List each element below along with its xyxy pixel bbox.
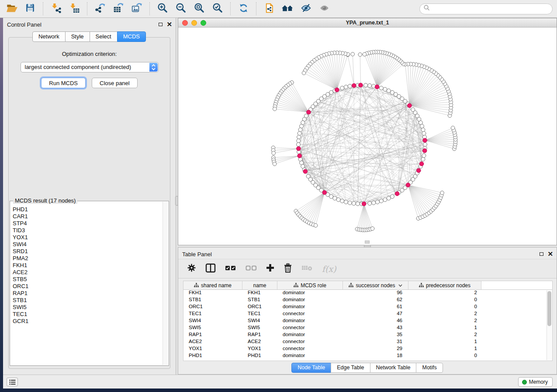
table-row[interactable]: STB1 STB1 dominator 62 0: [183, 297, 547, 304]
import-table-button[interactable]: [66, 2, 82, 16]
table-row[interactable]: YOX1 YOX1 connector 29 1: [183, 346, 547, 353]
mcds-result-item[interactable]: SWI5: [10, 304, 169, 311]
delete-column-button[interactable]: [284, 263, 292, 275]
list-icon: [9, 379, 16, 385]
network-canvas[interactable]: [178, 28, 557, 245]
mcds-result-item[interactable]: GCR1: [10, 318, 169, 325]
select-all-icon: [225, 265, 236, 273]
zoom-fit-button[interactable]: [191, 2, 207, 16]
table-toolbar: f(x): [178, 259, 557, 279]
column-header-predecessor-nodes[interactable]: predecessor nodes: [408, 281, 481, 289]
table-row[interactable]: RAP1 RAP1 dominator 35 2: [183, 332, 547, 339]
float-panel-icon[interactable]: [159, 23, 163, 26]
table-settings-button[interactable]: [187, 263, 196, 274]
hide-selected-button[interactable]: [298, 2, 314, 16]
refresh-icon: [238, 3, 249, 15]
save-button[interactable]: [22, 2, 38, 16]
mcds-list-scrollbar[interactable]: [163, 202, 168, 365]
memory-button[interactable]: Memory: [518, 377, 553, 387]
mcds-result-item[interactable]: STB5: [10, 276, 169, 283]
table-row[interactable]: PHD1 PHD1 dominator 18 0: [183, 353, 547, 360]
mcds-result-item[interactable]: TID3: [10, 227, 169, 234]
tab-mcds[interactable]: MCDS: [117, 31, 146, 42]
network-document-button[interactable]: [261, 2, 277, 16]
show-columns-button[interactable]: [205, 263, 216, 275]
mcds-result-item[interactable]: RAP1: [10, 290, 169, 297]
column-type-icon: [194, 283, 199, 288]
export-table-button[interactable]: [111, 2, 126, 16]
tab-node-table[interactable]: Node Table: [291, 363, 331, 373]
run-mcds-button[interactable]: Run MCDS: [41, 78, 86, 88]
export-network-button[interactable]: [92, 2, 108, 16]
close-panel-icon[interactable]: ✕: [547, 252, 553, 256]
show-all-button[interactable]: [316, 2, 332, 16]
tab-edge-table[interactable]: Edge Table: [331, 363, 370, 373]
mcds-result-item[interactable]: SRD1: [10, 248, 169, 255]
export-network-icon: [94, 2, 106, 15]
table-row[interactable]: FKH1 FKH1 dominator 96 2: [183, 290, 547, 297]
criterion-select[interactable]: largest connected component (undirected): [21, 62, 159, 72]
open-button[interactable]: [4, 2, 20, 16]
close-panel-button[interactable]: Close panel: [92, 78, 138, 88]
export-image-button[interactable]: [129, 2, 145, 16]
search-icon: [423, 4, 430, 13]
search-input[interactable]: [430, 5, 549, 12]
control-panel-title: Control Panel: [7, 21, 42, 28]
open-icon: [6, 3, 18, 15]
zoom-selected-button[interactable]: [210, 2, 225, 16]
float-panel-icon[interactable]: [540, 252, 543, 256]
close-panel-icon[interactable]: ✕: [166, 22, 172, 27]
delete-table-icon: [301, 265, 313, 273]
mcds-result-item[interactable]: SWI4: [10, 241, 169, 248]
mcds-result-list[interactable]: PHD1CAR1STP4TID3YOX1SWI4SRD1PMA2FKH1ACE2…: [10, 201, 169, 365]
column-header-shared-name[interactable]: shared name: [183, 281, 242, 289]
mcds-result-item[interactable]: TEC1: [10, 311, 169, 318]
task-history-button[interactable]: [7, 378, 18, 386]
zoom-in-button[interactable]: [155, 2, 170, 16]
select-all-button[interactable]: [225, 265, 236, 273]
zoom-fit-icon: [194, 2, 205, 15]
zoom-out-icon: [175, 2, 187, 15]
column-header-successor-nodes[interactable]: successor nodes: [343, 281, 408, 289]
table-row[interactable]: SWI5 SWI5 connector 43 1: [183, 325, 547, 332]
table-row[interactable]: SWI4 SWI4 dominator 46 2: [183, 318, 547, 325]
deselect-all-button[interactable]: [246, 265, 257, 273]
scrollbar-thumb[interactable]: [547, 291, 551, 326]
tab-motifs[interactable]: Motifs: [416, 363, 443, 373]
gear-icon: [187, 263, 196, 274]
tab-network[interactable]: Network: [32, 31, 66, 42]
table-scrollbar[interactable]: [547, 290, 552, 360]
mcds-result-item[interactable]: FKH1: [10, 262, 169, 269]
column-type-icon: [294, 283, 298, 288]
toolbar-separator: [230, 2, 231, 15]
neighbors-button[interactable]: [280, 2, 295, 16]
mcds-result-item[interactable]: ACE2: [10, 269, 169, 276]
network-window: YPA_prune.txt_1: [178, 18, 557, 245]
zoom-selected-icon: [212, 2, 223, 15]
table-row[interactable]: ORC1 ORC1 dominator 61 0: [183, 304, 547, 311]
tab-style[interactable]: Style: [65, 31, 90, 42]
refresh-button[interactable]: [235, 2, 251, 16]
add-column-button[interactable]: [266, 264, 274, 274]
network-resize-grip[interactable]: [365, 241, 370, 244]
hide-selected-icon: [300, 3, 312, 15]
import-network-button[interactable]: [48, 2, 64, 16]
column-header-name[interactable]: name: [242, 281, 277, 289]
search-box[interactable]: [419, 3, 553, 14]
mcds-result-item[interactable]: CAR1: [10, 213, 169, 220]
network-titlebar: YPA_prune.txt_1: [178, 18, 557, 28]
zoom-out-button[interactable]: [173, 2, 189, 16]
tab-select[interactable]: Select: [90, 31, 118, 42]
table-row[interactable]: TEC1 TEC1 connector 47 2: [183, 311, 547, 318]
column-header-mcds-role[interactable]: MCDS role: [277, 281, 343, 289]
mcds-result-item[interactable]: PHD1: [10, 206, 169, 213]
mcds-result-item[interactable]: YOX1: [10, 234, 169, 241]
tab-network-table[interactable]: Network Table: [370, 363, 417, 373]
table-panel: Table Panel ✕: [178, 247, 557, 375]
mcds-result-item[interactable]: STB1: [10, 297, 169, 304]
table-row[interactable]: ACE2 ACE2 connector 31 1: [183, 339, 547, 346]
mcds-panel: Optimization criterion: largest connecte…: [8, 37, 170, 369]
mcds-result-item[interactable]: STP4: [10, 220, 169, 227]
mcds-result-item[interactable]: ORC1: [10, 283, 169, 290]
mcds-result-item[interactable]: PMA2: [10, 255, 169, 262]
